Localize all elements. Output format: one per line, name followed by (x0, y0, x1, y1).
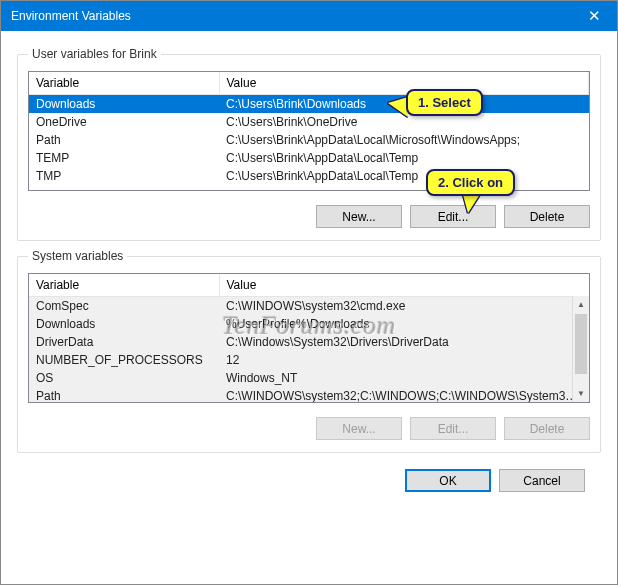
ok-button[interactable]: OK (405, 469, 491, 492)
scroll-down-icon[interactable]: ▼ (573, 385, 589, 402)
user-buttons-row: New... Edit... Delete (28, 205, 590, 228)
user-variables-legend: User variables for Brink (28, 47, 161, 61)
system-new-button: New... (316, 417, 402, 440)
table-row[interactable]: Downloads C:\Users\Brink\Downloads (29, 94, 589, 113)
scroll-up-icon[interactable]: ▲ (573, 296, 589, 313)
window-title: Environment Variables (11, 9, 131, 23)
cell-value: C:\Users\Brink\AppData\Local\Temp (219, 149, 589, 167)
close-icon: ✕ (588, 7, 601, 25)
user-edit-button[interactable]: Edit... (410, 205, 496, 228)
cell-variable: ComSpec (29, 296, 219, 315)
annotation-select: 1. Select (406, 89, 483, 116)
column-header-variable[interactable]: Variable (29, 72, 219, 94)
cell-value: C:\Users\Brink\AppData\Local\Microsoft\W… (219, 131, 589, 149)
dialog-content: User variables for Brink Variable Value … (1, 31, 617, 506)
system-variables-group: System variables Variable Value ComSpec … (17, 249, 601, 453)
table-row[interactable]: Path C:\WINDOWS\system32;C:\WINDOWS;C:\W… (29, 387, 589, 404)
cell-value: 12 (219, 351, 589, 369)
system-variables-table[interactable]: Variable Value ComSpec C:\WINDOWS\system… (28, 273, 590, 403)
cell-variable: OS (29, 369, 219, 387)
table-row[interactable]: Path C:\Users\Brink\AppData\Local\Micros… (29, 131, 589, 149)
column-header-value[interactable]: Value (219, 72, 589, 94)
table-row[interactable]: OneDrive C:\Users\Brink\OneDrive (29, 113, 589, 131)
cell-variable: OneDrive (29, 113, 219, 131)
cell-variable: Path (29, 387, 219, 404)
cell-variable: Downloads (29, 94, 219, 113)
scrollbar[interactable]: ▲ ▼ (572, 296, 589, 402)
cell-value: Windows_NT (219, 369, 589, 387)
system-delete-button: Delete (504, 417, 590, 440)
cell-value: %UserProfile%\Downloads (219, 315, 589, 333)
cell-variable: NUMBER_OF_PROCESSORS (29, 351, 219, 369)
table-row[interactable]: OS Windows_NT (29, 369, 589, 387)
user-variables-group: User variables for Brink Variable Value … (17, 47, 601, 241)
table-row[interactable]: ComSpec C:\WINDOWS\system32\cmd.exe (29, 296, 589, 315)
scroll-thumb[interactable] (575, 314, 587, 374)
cell-variable: TEMP (29, 149, 219, 167)
cell-variable: Downloads (29, 315, 219, 333)
table-row[interactable]: Downloads %UserProfile%\Downloads (29, 315, 589, 333)
close-button[interactable]: ✕ (572, 1, 617, 31)
column-header-value[interactable]: Value (219, 274, 589, 296)
annotation-clickon: 2. Click on (426, 169, 515, 196)
dialog-buttons-row: OK Cancel (17, 461, 601, 492)
table-row[interactable]: DriverData C:\Windows\System32\Drivers\D… (29, 333, 589, 351)
cell-variable: TMP (29, 167, 219, 185)
column-header-variable[interactable]: Variable (29, 274, 219, 296)
cell-value: C:\Users\Brink\AppData\Local\Temp (219, 167, 589, 185)
cell-variable: Path (29, 131, 219, 149)
user-new-button[interactable]: New... (316, 205, 402, 228)
cell-variable: DriverData (29, 333, 219, 351)
cell-value: C:\WINDOWS\system32\cmd.exe (219, 296, 589, 315)
cell-value: C:\Windows\System32\Drivers\DriverData (219, 333, 589, 351)
cancel-button[interactable]: Cancel (499, 469, 585, 492)
user-delete-button[interactable]: Delete (504, 205, 590, 228)
table-row[interactable]: NUMBER_OF_PROCESSORS 12 (29, 351, 589, 369)
system-buttons-row: New... Edit... Delete (28, 417, 590, 440)
annotation-select-tail (388, 97, 408, 117)
system-edit-button: Edit... (410, 417, 496, 440)
system-variables-legend: System variables (28, 249, 127, 263)
cell-value: C:\WINDOWS\system32;C:\WINDOWS;C:\WINDOW… (219, 387, 589, 404)
titlebar: Environment Variables ✕ (1, 1, 617, 31)
table-row[interactable]: TEMP C:\Users\Brink\AppData\Local\Temp (29, 149, 589, 167)
